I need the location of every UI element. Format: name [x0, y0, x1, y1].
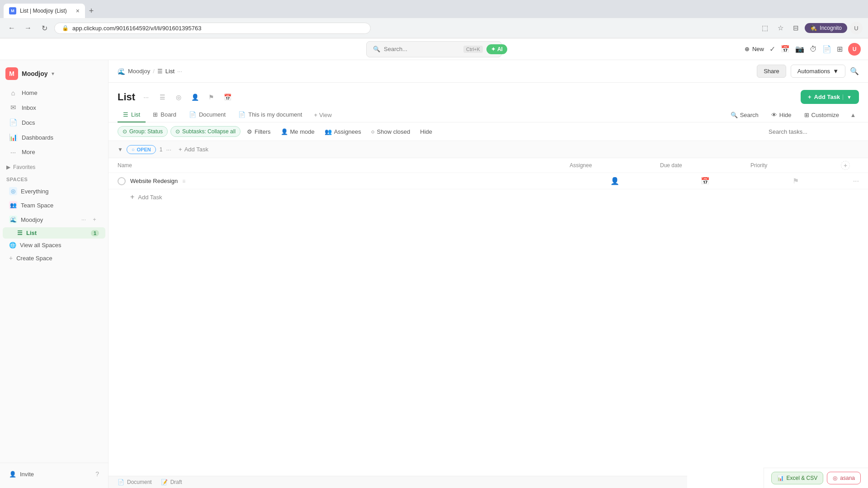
- sidebar-create-space[interactable]: + Create Space: [3, 252, 105, 264]
- group-add-task-button[interactable]: + Add Task: [175, 145, 212, 154]
- tab-list-icon[interactable]: ⊟: [789, 22, 802, 34]
- favorites-header[interactable]: ▶ Favorites: [0, 162, 108, 172]
- doc-icon[interactable]: 📄: [822, 45, 831, 53]
- sidebar-item-inbox[interactable]: ✉ Inbox: [3, 100, 105, 115]
- group-collapse-button[interactable]: ▼: [118, 146, 123, 153]
- breadcrumb-more-icon[interactable]: ···: [177, 68, 182, 75]
- hide-button[interactable]: 👁 Hide: [767, 109, 796, 121]
- assignee-add-icon: 👤: [610, 177, 619, 185]
- incognito-button[interactable]: 🕵 Incognito: [805, 23, 847, 33]
- task-name[interactable]: Website Redesign: [130, 178, 178, 184]
- add-column-button[interactable]: +: [841, 161, 859, 170]
- sidebar-item-moodjoy[interactable]: 🌊 Moodjoy ··· +: [3, 212, 105, 227]
- title-more-button[interactable]: ···: [140, 91, 152, 103]
- breadcrumb-search-button[interactable]: 🔍: [850, 67, 859, 75]
- cast-icon[interactable]: ⬚: [759, 22, 771, 34]
- filters-button[interactable]: ⚙ Filters: [243, 127, 274, 137]
- subtasks-chip[interactable]: ⊙ Subtasks: Collapse all: [170, 126, 241, 137]
- title-user-icon[interactable]: 👤: [189, 91, 201, 103]
- me-mode-icon: 👤: [281, 128, 288, 135]
- tab-document[interactable]: 📄 Document: [184, 108, 231, 122]
- ai-badge[interactable]: ✦ AI: [486, 44, 507, 54]
- calendar-icon[interactable]: 📅: [781, 45, 790, 53]
- me-mode-button[interactable]: 👤 Me mode: [277, 127, 318, 137]
- collapse-view-button[interactable]: ▲: [847, 109, 859, 121]
- refresh-button[interactable]: ↻: [38, 22, 51, 34]
- new-label: New: [752, 46, 764, 52]
- sidebar-item-docs[interactable]: 📄 Docs: [3, 115, 105, 130]
- add-task-plus-icon: +: [130, 193, 134, 201]
- breadcrumb-workspace[interactable]: Moodjoy: [128, 68, 150, 75]
- share-button[interactable]: Share: [757, 65, 786, 78]
- sidebar-subitem-list[interactable]: ☰ List 1: [3, 227, 105, 239]
- back-button[interactable]: ←: [5, 22, 18, 34]
- forward-button[interactable]: →: [22, 22, 34, 34]
- workspace-header[interactable]: M Moodjoy ▾: [0, 64, 108, 84]
- task-columns: Name Assignee Due date Priority +: [108, 158, 868, 173]
- task-checkbox[interactable]: [118, 177, 126, 185]
- add-task-chevron[interactable]: ▼: [843, 94, 852, 100]
- task-group-header-open: ▼ ○ OPEN 1 ··· + Add Task: [108, 141, 868, 158]
- assignees-label: Assignees: [334, 128, 361, 135]
- task-due-date-cell[interactable]: 📅: [660, 177, 750, 185]
- sidebar-item-dashboards[interactable]: 📊 Dashboards: [3, 130, 105, 145]
- title-flag-icon[interactable]: ⚑: [205, 91, 217, 103]
- task-assignee-cell[interactable]: 👤: [570, 177, 660, 185]
- document-status-item[interactable]: 📄 Document: [118, 479, 152, 485]
- browser-tab-active[interactable]: M List | Moodjoy (List) ×: [4, 4, 85, 18]
- sidebar-item-more[interactable]: ··· More: [3, 145, 105, 159]
- search-view-button[interactable]: 🔍 Search: [726, 109, 763, 121]
- group-status-badge[interactable]: ○ OPEN: [127, 145, 156, 154]
- add-view-button[interactable]: + View: [309, 108, 336, 122]
- apps-icon[interactable]: ⊞: [837, 45, 843, 53]
- title-circle-icon[interactable]: ◎: [172, 91, 185, 103]
- hide-filter-button[interactable]: Hide: [416, 127, 436, 137]
- sidebar-view-all-spaces[interactable]: 🌐 View all Spaces: [3, 239, 105, 251]
- user-avatar[interactable]: U: [848, 43, 861, 56]
- task-search[interactable]: [769, 128, 859, 135]
- moodjoy-add-button[interactable]: +: [90, 215, 99, 224]
- task-search-input[interactable]: [769, 128, 859, 135]
- add-task-button[interactable]: + Add Task ▼: [801, 90, 859, 104]
- title-calendar-icon[interactable]: 📅: [221, 91, 234, 103]
- customize-button[interactable]: ⊞ Customize: [800, 109, 844, 121]
- board-tab-label: Board: [160, 111, 176, 118]
- search-input[interactable]: [384, 46, 460, 52]
- tab-list[interactable]: ☰ List: [118, 108, 146, 122]
- import-asana-button[interactable]: ◎ asana: [827, 472, 861, 484]
- group-more-button[interactable]: ···: [166, 146, 171, 153]
- group-add-label: Add Task: [184, 146, 208, 153]
- assignees-button[interactable]: 👥 Assignees: [321, 127, 365, 137]
- task-description-icon[interactable]: ≡: [182, 178, 185, 184]
- tab-favicon: M: [9, 7, 16, 14]
- new-button[interactable]: ⊕ New: [745, 46, 764, 52]
- camera-icon[interactable]: 📷: [795, 45, 804, 53]
- automations-button[interactable]: Automations ▼: [791, 65, 845, 78]
- task-more-button[interactable]: ···: [841, 177, 859, 185]
- tab-close-button[interactable]: ×: [76, 7, 80, 14]
- task-priority-cell[interactable]: ⚑: [750, 177, 841, 185]
- add-task-row[interactable]: + Add Task: [108, 189, 868, 205]
- invite-button[interactable]: 👤 Invite ?: [3, 467, 105, 481]
- import-excel-button[interactable]: 📊 Excel & CSV: [771, 472, 824, 484]
- profile-avatar[interactable]: U: [850, 22, 863, 34]
- add-col-icon[interactable]: +: [841, 161, 850, 170]
- check-icon[interactable]: ✓: [769, 45, 775, 53]
- tab-board[interactable]: ⊞ Board: [147, 108, 182, 122]
- address-bar[interactable]: 🔒 app.clickup.com/9016164592/v/l/li/9016…: [54, 23, 371, 34]
- help-icon[interactable]: ?: [95, 470, 99, 478]
- global-search-bar[interactable]: 🔍 Ctrl+K ✦ AI: [366, 41, 502, 57]
- bookmark-icon[interactable]: ☆: [774, 22, 787, 34]
- breadcrumb: 🌊 Moodjoy / ☰ List ···: [118, 68, 182, 75]
- tab-my-document[interactable]: 📄 This is my document: [233, 108, 307, 122]
- clock-icon[interactable]: ⏱: [810, 45, 817, 53]
- sidebar-item-everything[interactable]: ◎ Everything: [3, 184, 105, 198]
- sidebar-item-team-space[interactable]: 👥 Team Space: [3, 198, 105, 212]
- title-list-icon[interactable]: ☰: [156, 91, 169, 103]
- moodjoy-more-button[interactable]: ···: [79, 215, 88, 224]
- group-status-chip[interactable]: ⊙ Group: Status: [118, 126, 168, 137]
- new-tab-button[interactable]: +: [85, 5, 98, 17]
- draft-status-item[interactable]: 📝 Draft: [161, 479, 182, 485]
- show-closed-button[interactable]: ○ Show closed: [368, 127, 414, 137]
- sidebar-item-home[interactable]: ⌂ Home: [3, 86, 105, 100]
